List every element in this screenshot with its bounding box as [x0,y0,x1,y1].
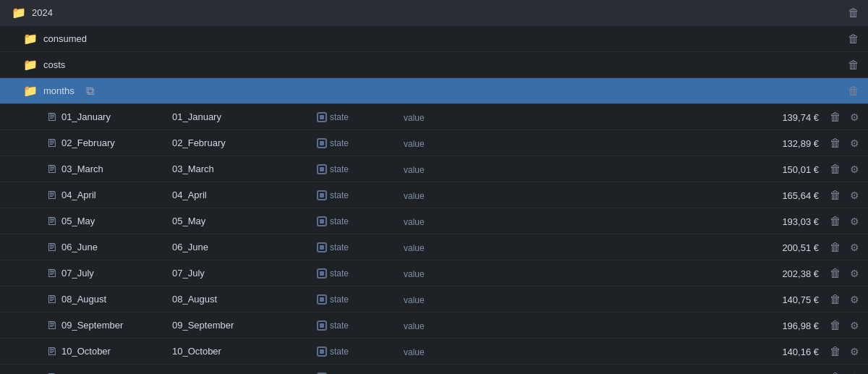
value-col: value [404,294,461,305]
state-col: state [317,216,404,226]
file-name-col2: 06_June [172,242,317,252]
amount-value: 139,74 € [782,112,819,123]
item-name1: 10_October [61,346,111,357]
actions-col: 🗑 ⚙ [819,109,862,125]
actions-col: 🗑 ⚙ [819,213,862,229]
state-tag: state [317,164,349,174]
state-col: state [317,138,404,148]
amount-value: 140,75 € [782,294,819,305]
delete-row-button[interactable]: 🗑 [827,370,844,375]
settings-row-button[interactable]: ⚙ [847,240,862,255]
amount-col: 193,03 € [746,216,819,227]
delete-row-button[interactable]: 🗑 [827,161,844,177]
file-icon: 🖹 [46,345,57,357]
amount-col: 140,75 € [746,294,819,305]
table-row[interactable]: 🖹 09_September 09_September state value … [0,313,868,339]
value-label: value [404,243,425,253]
settings-row-button[interactable]: ⚙ [847,318,862,333]
file-icon: 🖹 [46,189,57,201]
settings-row-button[interactable]: ⚙ [847,188,862,203]
file-icon: 🖹 [46,319,57,331]
state-col: state [317,294,404,305]
settings-row-button[interactable]: ⚙ [847,344,862,359]
settings-row-button[interactable]: ⚙ [847,214,862,229]
delete-row-button[interactable]: 🗑 [827,135,844,151]
file-name-col2: 10_October [172,346,317,357]
settings-row-button[interactable]: ⚙ [847,110,862,124]
value-label: value [404,295,425,305]
delete-button-months[interactable]: 🗑 [845,83,862,99]
item-name2: 10_October [172,346,221,357]
value-label: value [404,269,425,279]
delete-row-button[interactable]: 🗑 [827,213,844,229]
file-name-col2: 02_February [172,137,317,148]
value-col: value [404,320,461,331]
settings-row-button[interactable]: ⚙ [847,266,862,281]
folder-row-consumed[interactable]: 📁 consumed 🗑 [0,26,868,52]
state-col: state [317,164,404,174]
folder-row-costs[interactable]: 📁 costs 🗑 [0,52,868,78]
settings-row-button[interactable]: ⚙ [847,370,862,375]
delete-row-button[interactable]: 🗑 [827,265,844,281]
amount-col: 200,51 € [746,242,819,253]
state-circle-icon [317,347,327,357]
table-row[interactable]: 🖹 06_June 06_June state value 200,51 € 🗑… [0,234,868,260]
state-tag: state [317,347,349,357]
delete-button-consumed[interactable]: 🗑 [845,31,862,47]
table-row[interactable]: 🖹 07_July 07_July state value 202,38 € 🗑… [0,260,868,286]
actions-col: 🗑 ⚙ [819,239,862,255]
table-row[interactable]: 🖹 10_October 10_October state value 140,… [0,339,868,365]
actions-col: 🗑 ⚙ [819,161,862,177]
state-tag: state [317,320,349,331]
table-row[interactable]: 🖹 03_March 03_March state value 150,01 €… [0,156,868,182]
actions-col: 🗑 ⚙ [819,318,862,333]
delete-button-2024[interactable]: 🗑 [845,5,862,21]
value-col: value [404,111,461,123]
state-label: state [330,164,349,174]
actions-col: 🗑 ⚙ [819,344,862,360]
settings-row-button[interactable]: ⚙ [847,162,862,177]
item-name1: 03_March [61,163,103,174]
file-name-col1: 🖹 07_July [6,267,172,279]
table-row[interactable]: 🖹 05_May 05_May state value 193,03 € 🗑 ⚙ [0,208,868,234]
delete-row-button[interactable]: 🗑 [827,292,844,307]
settings-row-button[interactable]: ⚙ [847,136,862,150]
folder-row-2024[interactable]: 📁 2024 🗑 [0,0,868,26]
state-tag: state [317,190,349,200]
folder-icon-consumed: 📁 [23,32,38,46]
state-tag: state [317,216,349,226]
copy-icon-months[interactable]: ⧉ [86,85,94,98]
table-row[interactable]: 🖹 01_January 01_January state value 139,… [0,104,868,130]
amount-value: 193,03 € [782,216,819,227]
item-name2: 04_April [172,190,207,200]
delete-row-button[interactable]: 🗑 [827,109,844,125]
delete-row-button[interactable]: 🗑 [827,344,844,360]
item-name1: 08_August [61,294,106,305]
state-label: state [330,294,349,305]
amount-col: 202,38 € [746,268,819,279]
amount-value: 140,16 € [782,347,819,357]
settings-row-button[interactable]: ⚙ [847,292,862,307]
state-label: state [330,138,349,148]
folder-row-months[interactable]: 📁 months ⧉ 🗑 [0,78,868,104]
state-col: state [317,268,404,279]
value-col: value [404,216,461,227]
state-label: state [330,320,349,331]
delete-button-costs[interactable]: 🗑 [845,57,862,73]
delete-row-button[interactable]: 🗑 [827,318,844,333]
file-name-col1: 🖹 03_March [6,163,172,175]
delete-row-button[interactable]: 🗑 [827,187,844,203]
delete-row-button[interactable]: 🗑 [827,239,844,255]
table-row[interactable]: 🖹 02_February 02_February state value 13… [0,130,868,156]
item-name1: 04_April [61,190,96,200]
table-row[interactable]: 🖹 04_April 04_April state value 165,64 €… [0,182,868,208]
amount-col: 150,01 € [746,163,819,175]
folder-icon-costs: 📁 [23,58,38,72]
table-row[interactable]: 🖹 11_November 11_November state value 15… [0,365,868,374]
file-name-col1: 🖹 02_February [6,137,172,149]
table-row[interactable]: 🖹 08_August 08_August state value 140,75… [0,286,868,313]
value-label: value [404,321,425,331]
actions-col: 🗑 ⚙ [819,135,862,151]
amount-col: 132,89 € [746,137,819,149]
item-name2: 07_July [172,268,205,279]
